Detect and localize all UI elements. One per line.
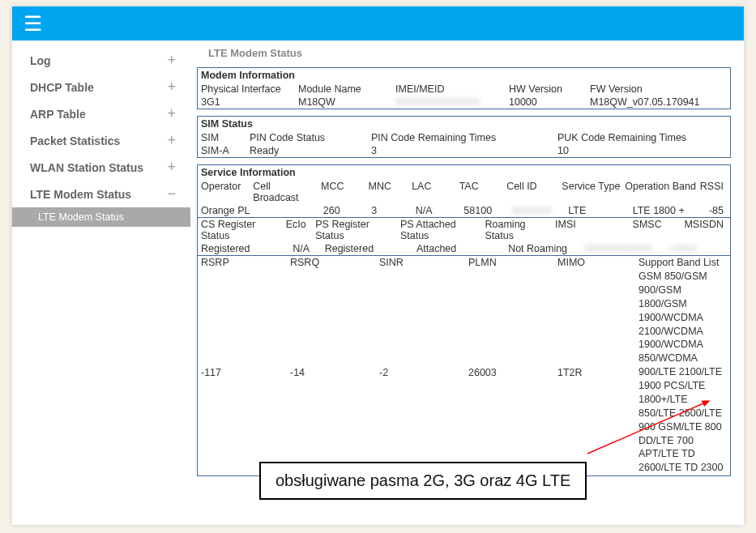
service-info-panel: Service Information Operator Cell Broadc… xyxy=(197,164,731,476)
th-cell-broadcast: Cell Broadcast xyxy=(253,180,321,204)
sim-status-panel: SIM Status SIM PIN Code Status PIN Code … xyxy=(197,116,731,158)
sidebar-subitem-lte-modem-status[interactable]: LTE Modem Status xyxy=(12,207,190,227)
val-module-name: M18QW xyxy=(298,96,395,109)
val-cell-id: 0000000 xyxy=(512,204,568,217)
th-imei: IMEI/MEID xyxy=(395,83,509,96)
th-plmn: PLMN xyxy=(468,256,557,269)
val-smsc: +0000 xyxy=(668,242,724,255)
sidebar-item-packet-statistics[interactable]: Packet Statistics + xyxy=(12,127,190,154)
th-cs-register: CS Register Status xyxy=(201,218,286,242)
val-fw-version: M18QW_v07.05.170941 xyxy=(590,96,727,109)
plus-icon: + xyxy=(167,105,176,122)
th-hw-version: HW Version xyxy=(509,83,590,96)
val-tac: 58100 xyxy=(463,204,512,217)
th-ps-attached: PS Attached Status xyxy=(400,218,485,242)
val-mcc: 260 xyxy=(323,204,372,217)
val-pin-status: Ready xyxy=(250,144,371,157)
val-physical-interface: 3G1 xyxy=(201,96,298,109)
val-support-band: GSM 850/GSM 900/GSM 1800/GSM 1900/WCDMA … xyxy=(639,269,727,475)
val-ps-register: Registered xyxy=(325,242,416,255)
th-cell-id: Cell ID xyxy=(506,180,562,204)
val-operator: Orange PL xyxy=(201,204,254,217)
th-puk-remaining: PUK Code Remaining Times xyxy=(557,131,727,144)
val-sinr: -2 xyxy=(379,366,468,379)
annotation-callout: obsługiwane pasma 2G, 3G oraz 4G LTE xyxy=(259,462,587,500)
th-rsrq: RSRQ xyxy=(290,256,379,269)
sidebar-label: Packet Statistics xyxy=(30,134,120,147)
val-rsrp: -117 xyxy=(201,366,290,379)
th-operation-band: Operation Band xyxy=(625,180,700,204)
val-puk-remaining: 10 xyxy=(557,144,727,157)
sidebar-label: ARP Table xyxy=(30,108,86,121)
modem-info-panel: Modem Information Physical Interface Mod… xyxy=(197,67,731,109)
main-scroll[interactable]: LTE Modem Status Modem Information Physi… xyxy=(194,41,734,522)
sidebar-label: Log xyxy=(30,54,51,67)
val-imsi: 000000000000 xyxy=(584,242,668,255)
sidebar-label: DHCP Table xyxy=(30,81,94,94)
plus-icon: + xyxy=(167,132,176,149)
sidebar-label: WLAN Station Status xyxy=(30,161,143,174)
th-imsi: IMSI xyxy=(555,218,633,242)
plus-icon: + xyxy=(167,159,176,176)
val-imei: 000000000000000 xyxy=(395,96,509,109)
th-pin-remaining: PIN Code Remaining Times xyxy=(371,131,557,144)
th-lac: LAC xyxy=(412,180,459,204)
th-msisdn: MSISDN xyxy=(684,218,727,242)
minus-icon: − xyxy=(167,185,176,203)
th-tac: TAC xyxy=(459,180,506,204)
val-operation-band: LTE 1800 + xyxy=(633,204,709,217)
th-module-name: Module Name xyxy=(298,83,395,96)
val-msisdn xyxy=(724,242,727,255)
th-fw-version: FW Version xyxy=(590,83,727,96)
sidebar-label: LTE Modem Status xyxy=(30,188,131,201)
sim-status-heading: SIM Status xyxy=(198,117,730,131)
sidebar-item-lte-modem-status[interactable]: LTE Modem Status − xyxy=(12,181,190,207)
val-cs-register: Registered xyxy=(201,242,293,255)
th-mimo: MIMO xyxy=(557,256,639,269)
th-roaming: Roaming Status xyxy=(485,218,555,242)
th-mcc: MCC xyxy=(321,180,368,204)
sidebar-item-dhcp-table[interactable]: DHCP Table + xyxy=(12,74,190,100)
val-ecio: N/A xyxy=(293,242,324,255)
th-ecio: EcIo xyxy=(286,218,316,242)
th-sinr: SINR xyxy=(379,256,468,269)
th-smsc: SMSC xyxy=(633,218,685,242)
val-plmn: 26003 xyxy=(468,366,557,379)
val-rsrq: -14 xyxy=(290,366,379,379)
plus-icon: + xyxy=(167,52,176,69)
sidebar-item-arp-table[interactable]: ARP Table + xyxy=(12,100,190,127)
service-info-heading: Service Information xyxy=(198,165,730,180)
th-rsrp: RSRP xyxy=(201,256,290,269)
sidebar: Log + DHCP Table + ARP Table + Packet St… xyxy=(12,41,190,525)
val-cell-broadcast xyxy=(254,204,322,217)
th-operator: Operator xyxy=(201,180,253,204)
sidebar-item-log[interactable]: Log + xyxy=(12,47,190,74)
val-roaming: Not Roaming xyxy=(508,242,584,255)
th-rssi: RSSI xyxy=(700,180,727,204)
val-mimo: 1T2R xyxy=(557,366,639,379)
val-sim: SIM-A xyxy=(201,144,250,157)
th-service-type: Service Type xyxy=(562,180,625,204)
th-mnc: MNC xyxy=(369,180,412,204)
th-pin-status: PIN Code Status xyxy=(250,131,371,144)
th-support-band: Support Band List xyxy=(639,256,727,269)
val-service-type: LTE xyxy=(568,204,632,217)
th-sim: SIM xyxy=(201,131,250,144)
modem-info-heading: Modem Information xyxy=(198,68,730,83)
val-pin-remaining: 3 xyxy=(371,144,557,157)
page-title: LTE Modem Status xyxy=(194,41,734,64)
val-ps-attached: Attached xyxy=(416,242,508,255)
th-physical-interface: Physical Interface xyxy=(201,83,298,96)
plus-icon: + xyxy=(167,79,176,96)
val-rssi: -85 xyxy=(709,204,727,217)
sidebar-item-wlan-station-status[interactable]: WLAN Station Status + xyxy=(12,154,190,181)
menu-icon[interactable]: ☰ xyxy=(23,13,42,34)
val-hw-version: 10000 xyxy=(509,96,590,109)
val-lac: N/A xyxy=(416,204,464,217)
val-mnc: 3 xyxy=(371,204,416,217)
th-ps-register: PS Register Status xyxy=(315,218,400,242)
